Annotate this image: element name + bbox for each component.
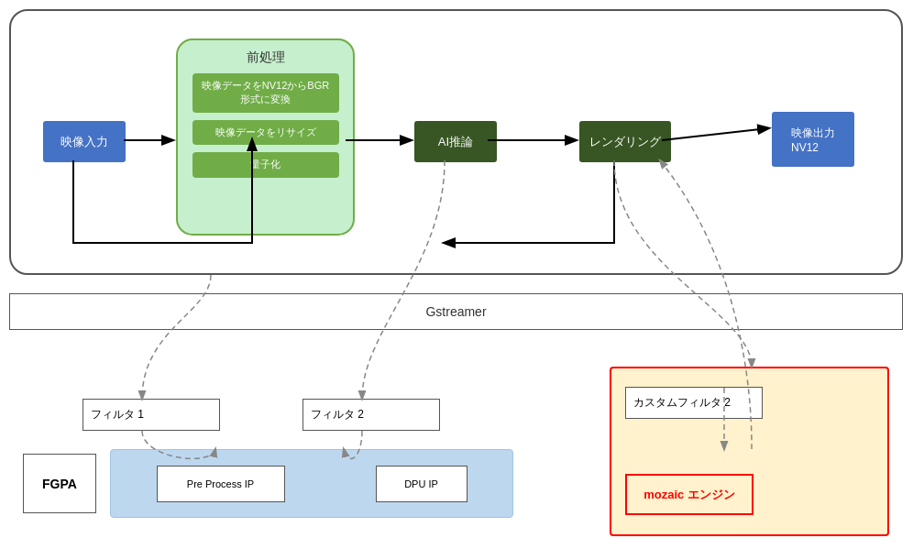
- ai-box: AI推論: [414, 121, 497, 162]
- preprocess-item-3: 量子化: [192, 152, 339, 177]
- fpga-label: FGPA: [42, 477, 77, 491]
- preprocess-ip-box: Pre Process IP: [157, 466, 285, 502]
- video-input-box: 映像入力: [43, 121, 126, 162]
- custom-filter2-label: カスタムフィルタ 2: [633, 395, 731, 411]
- gstreamer-label: Gstreamer: [425, 304, 486, 319]
- filter2-label: フィルタ 2: [311, 407, 364, 423]
- dpu-ip-box: DPU IP: [376, 466, 468, 502]
- fpga-inner-box: Pre Process IP DPU IP: [110, 449, 513, 518]
- mozaic-box: mozaic エンジン: [625, 474, 754, 515]
- filter1-label: フィルタ 1: [91, 407, 144, 423]
- filter2-box: フィルタ 2: [302, 399, 440, 431]
- rendering-label: レンダリング: [589, 134, 661, 150]
- video-input-label: 映像入力: [60, 134, 108, 150]
- custom-area-box: カスタムフィルタ 2 mozaic エンジン: [610, 367, 889, 536]
- video-output-box: 映像出力NV12: [772, 112, 854, 167]
- preprocess-item-2: 映像データをリサイズ: [192, 120, 339, 145]
- dpu-ip-label: DPU IP: [404, 478, 438, 489]
- ai-label: AI推論: [438, 134, 473, 150]
- preprocess-title: 前処理: [247, 49, 285, 66]
- preprocess-ip-label: Pre Process IP: [187, 478, 254, 489]
- custom-filter2-box: カスタムフィルタ 2: [625, 387, 763, 419]
- gstreamer-bar: Gstreamer: [9, 293, 903, 330]
- fpga-box: FGPA: [23, 454, 96, 513]
- filter1-box: フィルタ 1: [82, 399, 220, 431]
- top-section: 映像入力 前処理 映像データをNV12からBGR形式に変換 映像データをリサイズ…: [9, 9, 903, 275]
- preprocess-box: 前処理 映像データをNV12からBGR形式に変換 映像データをリサイズ 量子化: [176, 38, 355, 236]
- preprocess-item-1: 映像データをNV12からBGR形式に変換: [192, 73, 339, 113]
- video-output-label: 映像出力NV12: [791, 126, 835, 154]
- bottom-section: フィルタ 1 フィルタ 2 カスタムフィルタ 2 mozaic エンジン FGP…: [9, 344, 903, 545]
- rendering-box: レンダリング: [579, 121, 671, 162]
- diagram-container: 映像入力 前処理 映像データをNV12からBGR形式に変換 映像データをリサイズ…: [0, 0, 924, 560]
- mozaic-label: mozaic エンジン: [644, 487, 735, 503]
